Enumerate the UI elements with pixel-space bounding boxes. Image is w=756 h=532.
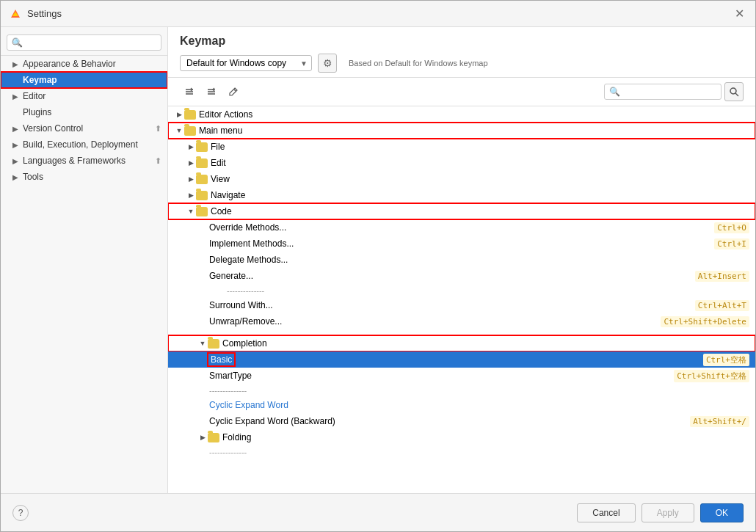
tree-item-label: Main menu	[199, 125, 749, 136]
folder-icon	[208, 339, 219, 349]
tree-item-label: View	[211, 174, 749, 184]
keymap-actions-bar	[168, 78, 755, 106]
tree-item-label: Surround With...	[209, 300, 695, 310]
app-icon	[10, 8, 21, 20]
find-shortcut-icon	[729, 87, 739, 97]
keymap-title: Keymap	[180, 34, 744, 48]
gear-button[interactable]: ⚙	[318, 54, 337, 73]
tree-item-label: Editor Actions	[199, 109, 749, 120]
keymap-header: Keymap Default for Windows copy ▼ ⚙ Base…	[168, 27, 755, 78]
sidebar-search-input[interactable]	[7, 34, 161, 51]
sidebar-search-container	[1, 30, 167, 56]
tree-item-label: Unwrap/Remove...	[209, 316, 661, 327]
sidebar-item-tools[interactable]: ▶ Tools	[1, 169, 167, 185]
tree-row[interactable]: Delegate Methods...	[168, 252, 755, 268]
tree-arrow-icon: ▼	[197, 338, 208, 349]
separator-text: --------------	[209, 448, 247, 456]
help-button[interactable]: ?	[12, 505, 29, 521]
sidebar: ▶ Appearance & Behavior Keymap ▶ Editor …	[1, 27, 168, 493]
tree-separator: --------------	[168, 384, 755, 397]
shortcut-badge: Alt+Shift+/	[690, 416, 749, 427]
sidebar-item-plugins[interactable]: Plugins	[1, 104, 167, 120]
sidebar-item-editor[interactable]: ▶ Editor	[1, 88, 167, 104]
tree-row[interactable]: ▶ View	[168, 171, 755, 187]
tree-row[interactable]: Implement Methods... Ctrl+I	[168, 236, 755, 252]
based-on-text: Based on Default for Windows keymap	[349, 59, 488, 68]
apply-button[interactable]: Apply	[641, 503, 694, 522]
bottom-buttons: Cancel Apply OK	[577, 503, 744, 522]
tree-separator: --------------	[168, 445, 755, 459]
basic-label-box: Basic	[209, 354, 233, 365]
tree-row[interactable]: Unwrap/Remove... Ctrl+Shift+Delete	[168, 313, 755, 329]
sidebar-item-build[interactable]: ▶ Build, Execution, Deployment	[1, 136, 167, 153]
tree-arrow-icon: ▶	[186, 174, 196, 184]
folder-icon	[184, 126, 196, 136]
arrow-icon: ▶	[12, 173, 20, 181]
tree-item-label: Generate...	[209, 271, 695, 281]
folder-icon	[196, 175, 208, 184]
tree-row-completion[interactable]: ▼ Completion	[168, 335, 755, 351]
tree-item-label: SmartType	[209, 371, 674, 381]
shortcut-badge: Ctrl+空格	[703, 354, 749, 366]
collapse-all-button[interactable]	[202, 82, 221, 101]
separator-text: --------------	[227, 286, 264, 295]
folder-icon	[196, 207, 208, 216]
tree-row[interactable]: ▶ Navigate	[168, 187, 755, 203]
shortcut-badge: Ctrl+Shift+空格	[674, 370, 749, 382]
tree-item-label: Folding	[222, 432, 749, 442]
tree-row[interactable]: Override Methods... Ctrl+O	[168, 219, 755, 236]
edit-icon	[228, 87, 239, 97]
folder-icon	[196, 142, 208, 152]
close-button[interactable]: ✕	[732, 7, 746, 21]
sidebar-item-keymap[interactable]: Keymap	[1, 72, 167, 88]
arrow-icon	[12, 109, 20, 117]
tree-row[interactable]: Surround With... Ctrl+Alt+T	[168, 297, 755, 313]
tree-item-label: Override Methods...	[209, 222, 714, 233]
tree-row-basic[interactable]: Basic Ctrl+空格	[168, 351, 755, 368]
tree-row[interactable]: ▶ File	[168, 139, 755, 155]
sidebar-item-label: Tools	[23, 172, 43, 182]
sidebar-item-label: Appearance & Behavior	[23, 59, 116, 69]
tree-spacer	[168, 329, 755, 335]
expand-all-icon	[184, 87, 195, 97]
tree-arrow-icon: ▶	[197, 432, 208, 442]
cancel-button[interactable]: Cancel	[577, 503, 635, 522]
tree-row[interactable]: ▼ Code	[168, 203, 755, 219]
sidebar-item-languages[interactable]: ▶ Languages & Frameworks ⬆	[1, 153, 167, 169]
keymap-action-buttons	[180, 82, 243, 101]
shortcut-badge: Ctrl+O	[714, 222, 749, 233]
keymap-dropdown-wrapper: Default for Windows copy ▼	[180, 55, 312, 71]
tree-arrow-icon: ▼	[186, 206, 196, 216]
sidebar-item-label: Build, Execution, Deployment	[23, 139, 138, 150]
keymap-dropdown[interactable]: Default for Windows copy	[180, 55, 312, 71]
ok-button[interactable]: OK	[700, 503, 744, 522]
arrow-icon: ▶	[12, 141, 20, 149]
tree-arrow-icon: ▶	[186, 190, 196, 200]
tree-row-cyclic-expand[interactable]: Cyclic Expand Word	[168, 397, 755, 413]
tree-row[interactable]: ▼ Main menu	[168, 123, 755, 139]
tree-row[interactable]: Cyclic Expand Word (Backward) Alt+Shift+…	[168, 413, 755, 429]
sidebar-item-appearance[interactable]: ▶ Appearance & Behavior	[1, 56, 167, 72]
tree-row[interactable]: ▶ Editor Actions	[168, 106, 755, 123]
lang-icon: ⬆	[155, 156, 161, 166]
sidebar-item-label: Plugins	[23, 107, 51, 117]
tree-row-folding[interactable]: ▶ Folding	[168, 429, 755, 445]
keymap-search-input[interactable]	[604, 84, 722, 100]
keymap-toolbar: Default for Windows copy ▼ ⚙ Based on De…	[180, 54, 744, 73]
right-panel: Keymap Default for Windows copy ▼ ⚙ Base…	[168, 27, 755, 493]
arrow-icon: ▶	[12, 60, 20, 68]
title-bar: Settings ✕	[1, 1, 755, 27]
tree-row[interactable]: SmartType Ctrl+Shift+空格	[168, 368, 755, 384]
bottom-bar: ? Cancel Apply OK	[1, 493, 755, 531]
expand-all-button[interactable]	[180, 82, 199, 101]
edit-shortcut-button[interactable]	[224, 82, 243, 101]
arrow-icon	[12, 76, 20, 84]
tree-item-label: Basic	[211, 354, 232, 365]
tree-arrow-icon: ▶	[186, 142, 196, 152]
tree-row[interactable]: Generate... Alt+Insert	[168, 268, 755, 284]
keymap-search-area	[604, 82, 744, 101]
folder-icon	[196, 158, 208, 168]
sidebar-item-version-control[interactable]: ▶ Version Control ⬆	[1, 120, 167, 136]
tree-row[interactable]: ▶ Edit	[168, 155, 755, 171]
find-shortcut-button[interactable]	[724, 82, 744, 101]
